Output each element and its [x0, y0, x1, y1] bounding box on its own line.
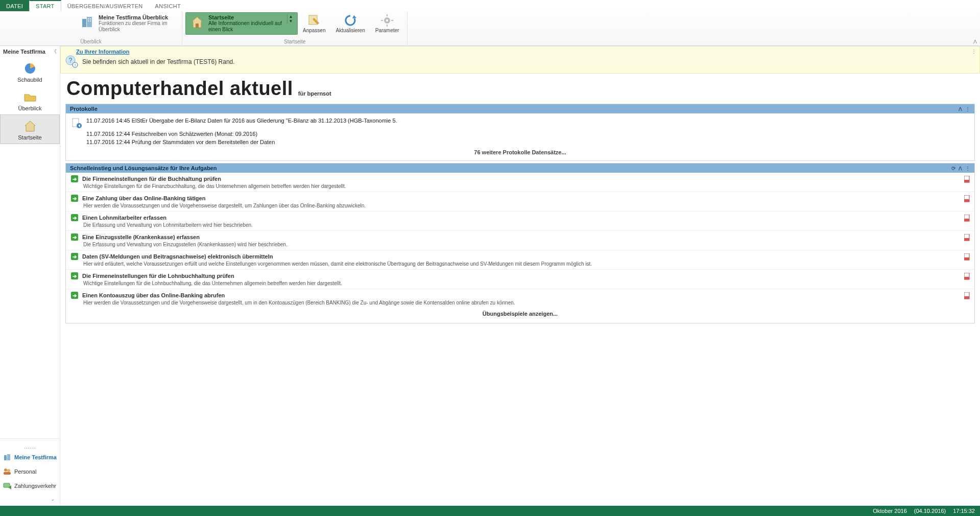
document-export-icon	[71, 118, 82, 129]
ribbon-aktualisieren-label: Aktualisieren	[336, 28, 365, 33]
task-desc: Hier werden die Voraussetzungen und die …	[71, 299, 963, 306]
tab-ansicht[interactable]: ANSICHT	[149, 0, 187, 11]
home-icon	[189, 14, 205, 31]
go-arrow-icon: ➔	[71, 253, 78, 260]
panel-protokolle-collapse-icon[interactable]: ᐱ	[959, 106, 962, 112]
task-row[interactable]: ➔Eine Einzugsstelle (Krankenkasse) erfas…	[66, 231, 974, 250]
svg-rect-22	[4, 483, 10, 487]
svg-rect-17	[4, 455, 7, 460]
ribbon-group-start-label: Startseite	[185, 39, 404, 45]
go-arrow-icon: ➔	[71, 175, 78, 182]
module-personal-label: Personal	[14, 468, 36, 475]
panel-tasks-title: Schnelleinstieg und Lösungsansätze für I…	[70, 165, 217, 171]
module-testfirma-label: Meine Testfirma	[14, 454, 57, 460]
task-desc: Hier werden die Voraussetzungen und die …	[71, 202, 963, 208]
nav-schaubild[interactable]: Schaubild	[0, 57, 60, 86]
module-testfirma[interactable]: Meine Testfirma	[1, 450, 59, 464]
ribbon-startseite-button[interactable]: Startseite Alle Informationen individuel…	[185, 12, 298, 35]
module-zahlungsverkehr[interactable]: Zahlungsverkehr	[1, 479, 59, 493]
left-nav: Meine Testfirma 〈 Schaubild Überblick	[0, 46, 60, 506]
ribbon-overview-title: Meine Testfirma Überblick	[99, 14, 175, 20]
tab-uebergeben[interactable]: ÜBERGEBEN/AUSWERTEN	[61, 0, 149, 11]
log-row-2[interactable]: 11.07.2016 12:44 Prüfung der Stammdaten …	[86, 139, 275, 145]
gear-icon	[380, 13, 394, 28]
svg-rect-36	[964, 219, 969, 221]
svg-rect-5	[90, 20, 91, 21]
ribbon-group-overview-label: Überblick	[3, 39, 179, 45]
page-title-for: für bpernsot	[298, 90, 331, 100]
pdf-icon[interactable]	[964, 292, 970, 299]
ribbon-parameter-button[interactable]: Parameter	[370, 12, 404, 33]
pdf-icon[interactable]	[964, 176, 970, 183]
svg-text:?: ?	[69, 57, 73, 64]
status-month: Oktober 2016	[873, 508, 907, 514]
task-row[interactable]: ➔Einen Kontoauszug über das Online-Banki…	[66, 289, 974, 306]
info-bar-menu-icon[interactable]: ⋮	[971, 49, 976, 54]
panel-tasks-collapse-icon[interactable]: ᐱ	[959, 166, 962, 171]
info-bar: Zu Ihrer Information ?! Sie befinden sic…	[60, 46, 980, 74]
ribbon-anpassen-button[interactable]: Anpassen	[298, 12, 330, 33]
tab-start[interactable]: START	[29, 0, 61, 11]
svg-rect-34	[964, 199, 969, 202]
module-expand-icon[interactable]: ⌄	[1, 493, 59, 502]
svg-rect-0	[82, 19, 86, 27]
svg-rect-1	[87, 17, 92, 27]
folder-icon	[23, 90, 37, 104]
go-arrow-icon: ➔	[71, 292, 78, 299]
module-zahlungsverkehr-label: Zahlungsverkehr	[14, 483, 56, 489]
log-row-1[interactable]: 11.07.2016 12:44 Festschreiben von Schät…	[86, 131, 257, 137]
svg-rect-18	[7, 454, 10, 460]
go-arrow-icon: ➔	[71, 272, 78, 279]
task-row[interactable]: ➔Eine Zahlung über das Online-Banking tä…	[66, 192, 974, 212]
svg-point-11	[386, 19, 388, 21]
panel-tasks-menu-icon[interactable]: ⋮	[965, 166, 970, 171]
info-bar-title[interactable]: Zu Ihrer Information	[65, 49, 975, 55]
svg-rect-32	[964, 180, 969, 182]
pdf-icon[interactable]	[964, 215, 970, 222]
nav-schaubild-label: Schaubild	[17, 77, 42, 83]
svg-rect-15	[391, 20, 393, 21]
task-row[interactable]: ➔Daten (SV-Meldungen und Beitragsnachwei…	[66, 250, 974, 270]
task-title: Daten (SV-Meldungen und Beitragsnachweis…	[82, 253, 273, 260]
task-title: Eine Einzugsstelle (Krankenkasse) erfass…	[82, 234, 200, 240]
panel-protokolle-menu-icon[interactable]: ⋮	[965, 106, 970, 112]
ribbon-anpassen-label: Anpassen	[303, 28, 325, 33]
ribbon-collapse-button[interactable]: ᐱ	[973, 39, 977, 44]
task-row[interactable]: ➔Einen Lohnmitarbeiter erfassenDie Erfas…	[66, 212, 974, 231]
pdf-icon[interactable]	[964, 234, 970, 241]
svg-rect-2	[88, 18, 89, 19]
nav-divider-dots: ……	[1, 441, 59, 450]
pdf-icon[interactable]	[964, 253, 970, 261]
go-arrow-icon: ➔	[71, 214, 78, 221]
log-row-0[interactable]: 11.07.2016 14:45 ElStEr Übergabe der E-B…	[86, 118, 397, 124]
nav-ueberblick[interactable]: Überblick	[0, 86, 60, 114]
panel-protokolle-title: Protokolle	[70, 106, 98, 112]
svg-rect-4	[88, 20, 89, 21]
svg-rect-7	[196, 24, 199, 28]
task-training-link[interactable]: Übungsbeispiele anzeigen...	[66, 306, 974, 323]
content-area: Zu Ihrer Information ?! Sie befinden sic…	[60, 46, 980, 506]
nav-startseite[interactable]: Startseite	[0, 114, 60, 144]
ribbon-start-title: Startseite	[208, 14, 285, 20]
ribbon-overview-button[interactable]: Meine Testfirma Überblick Funktionen zu …	[76, 12, 179, 35]
status-time: 17:15:32	[953, 508, 975, 514]
task-row[interactable]: ➔Die Firmeneinstellungen für die Lohnbuc…	[66, 270, 974, 289]
task-desc: Die Erfassung und Verwaltung von Lohnmit…	[71, 221, 963, 228]
chart-icon	[23, 61, 37, 76]
module-personal[interactable]: Personal	[1, 464, 59, 479]
panel-tasks-refresh-icon[interactable]: ⟳	[951, 166, 955, 171]
pdf-icon[interactable]	[964, 273, 970, 280]
ribbon-aktualisieren-button[interactable]: Aktualisieren	[330, 12, 370, 33]
tab-datei[interactable]: DATEI	[0, 0, 29, 11]
task-row[interactable]: ➔Die Firmeneinstellungen für die Buchhal…	[66, 173, 974, 192]
ribbon-parameter-label: Parameter	[375, 28, 399, 33]
pdf-icon[interactable]	[964, 195, 970, 202]
ribbon-start-split[interactable]: ▲ ▼	[287, 14, 294, 24]
panel-tasks: Schnelleinstieg und Lösungsansätze für I…	[65, 163, 975, 323]
status-bar: Oktober 2016 (04.10.2016) 17:15:32	[0, 506, 980, 516]
payment-icon	[3, 482, 11, 490]
leftnav-collapse-icon[interactable]: 〈	[52, 48, 57, 55]
protokolle-more-link[interactable]: 76 weitere Protokolle Datensätze...	[66, 145, 974, 160]
status-date: (04.10.2016)	[914, 508, 946, 514]
task-title: Die Firmeneinstellungen für die Buchhalt…	[82, 176, 221, 182]
